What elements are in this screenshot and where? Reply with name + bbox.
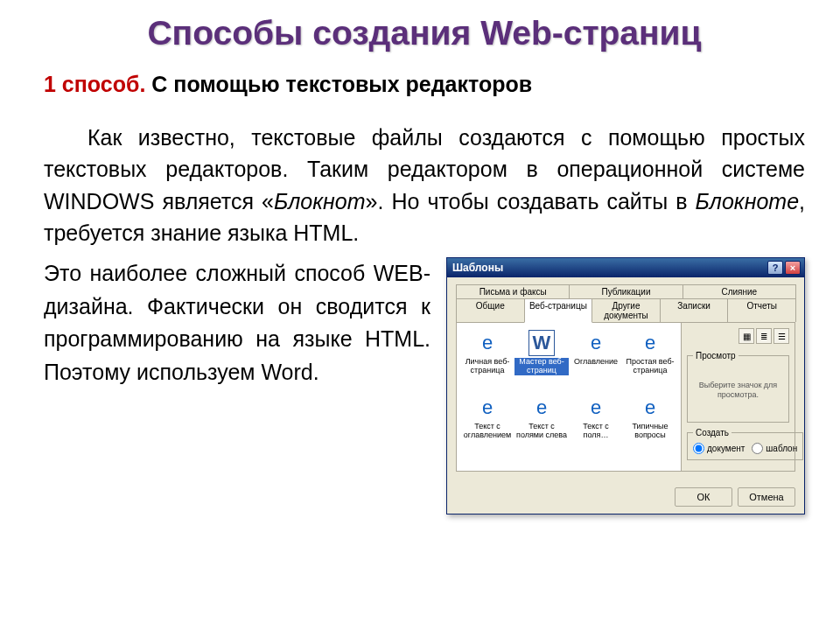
template-item[interactable]: eПростая веб-страница <box>623 330 677 391</box>
ie-icon: e <box>637 330 663 356</box>
template-item[interactable]: eТекст с поля… <box>569 395 623 456</box>
template-icon-area: eЛичная веб-страницаWМастер веб-страницe… <box>457 323 681 471</box>
tab-other-docs[interactable]: Другие документы <box>592 298 661 322</box>
slide-title: Способы создания Web-страниц <box>44 14 805 52</box>
method-number: 1 способ. <box>44 72 145 96</box>
template-item[interactable]: eОглавление <box>569 330 623 391</box>
template-item[interactable]: eЛичная веб-страница <box>460 330 514 391</box>
tab-reports[interactable]: Отчеты <box>727 298 796 322</box>
radio-template[interactable]: шаблон <box>752 443 797 454</box>
view-large-icon[interactable]: ▦ <box>738 328 754 344</box>
dialog-title: Шаблоны <box>452 262 503 274</box>
tab-general[interactable]: Общие <box>456 298 525 322</box>
template-item-label: Личная веб-страница <box>460 358 514 375</box>
template-item-label: Типичные вопросы <box>623 423 677 440</box>
close-icon[interactable]: × <box>785 261 801 275</box>
preview-placeholder: Выберите значок для просмотра. <box>693 364 783 416</box>
create-legend: Создать <box>693 428 732 438</box>
word-icon: W <box>528 330 555 356</box>
dialog-titlebar: Шаблоны ? × <box>447 258 804 277</box>
p1-italic2: Блокноте <box>696 189 799 214</box>
dialog-side-panel: ▦ ≣ ☰ Просмотр Выберите значок для просм… <box>681 323 794 471</box>
p1-run2: ». Но чтобы создавать сайты в <box>366 189 696 214</box>
view-list-icon[interactable]: ≣ <box>756 328 772 344</box>
template-item-label: Оглавление <box>572 358 620 367</box>
template-item[interactable]: eТекст с полями слева <box>514 395 569 456</box>
ie-icon: e <box>474 330 500 356</box>
preview-group: Просмотр Выберите значок для просмотра. <box>687 351 789 423</box>
ie-icon: e <box>637 395 663 421</box>
ie-icon: e <box>474 395 500 421</box>
radio-document-label: документ <box>707 444 745 453</box>
tab-letters[interactable]: Письма и факсы <box>456 284 570 298</box>
template-item[interactable]: eТипичные вопросы <box>623 395 677 456</box>
template-item-label: Текст с поля… <box>569 423 623 440</box>
tabs-row-bottom: Общие Веб-страницы Другие документы Запи… <box>456 298 795 323</box>
paragraph-2: Это наиболее сложный способ WEB-дизайна.… <box>44 257 430 514</box>
paragraph-1: Как известно, текстовые файлы создаются … <box>44 122 805 248</box>
tab-merge[interactable]: Слияние <box>682 284 796 298</box>
cancel-button[interactable]: Отмена <box>738 487 795 507</box>
tab-webpages[interactable]: Веб-страницы <box>524 298 593 323</box>
ok-button[interactable]: ОК <box>675 487 732 507</box>
template-item[interactable]: WМастер веб-страниц <box>514 330 569 391</box>
template-item-label: Текст с оглавлением <box>460 423 514 440</box>
templates-dialog: Шаблоны ? × Письма и факсы Публикации Сл… <box>446 257 805 514</box>
preview-legend: Просмотр <box>693 351 738 360</box>
ie-icon: e <box>583 330 609 356</box>
template-item-label: Мастер веб-страниц <box>514 358 569 375</box>
method-subtitle: С помощью текстовых редакторов <box>145 72 532 96</box>
template-item-label: Простая веб-страница <box>623 358 677 375</box>
ie-icon: e <box>528 395 555 421</box>
radio-template-input[interactable] <box>752 443 763 454</box>
tab-notes[interactable]: Записки <box>660 298 729 322</box>
tab-publications[interactable]: Публикации <box>569 284 682 298</box>
method-heading: 1 способ. С помощью текстовых редакторов <box>44 72 805 97</box>
help-icon[interactable]: ? <box>767 261 783 275</box>
template-item[interactable]: eТекст с оглавлением <box>460 395 514 456</box>
view-details-icon[interactable]: ☰ <box>774 328 789 344</box>
ie-icon: e <box>583 395 609 421</box>
create-group: Создать документ шаблон <box>687 428 803 460</box>
tabs-row-top: Письма и факсы Публикации Слияние <box>456 284 795 299</box>
radio-document-input[interactable] <box>693 443 704 454</box>
radio-document[interactable]: документ <box>693 443 745 454</box>
template-item-label: Текст с полями слева <box>514 423 569 440</box>
radio-template-label: шаблон <box>766 444 797 453</box>
p1-italic1: Блокнот <box>274 189 366 214</box>
